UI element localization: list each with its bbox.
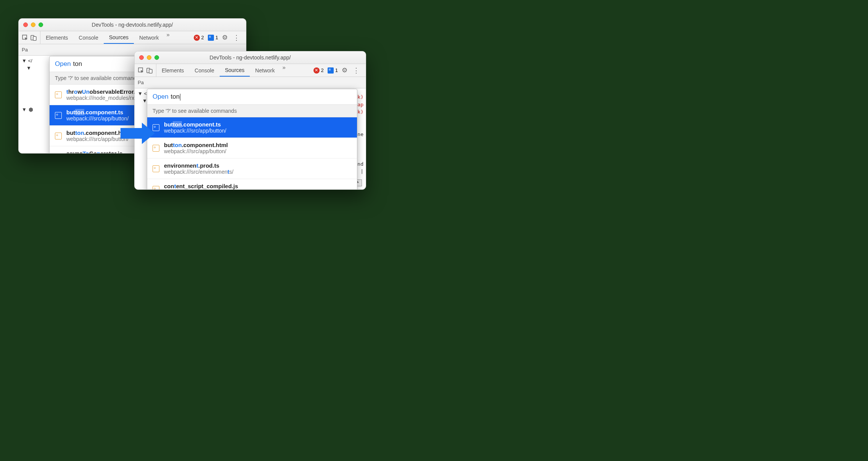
message-count: 1 (215, 35, 218, 40)
devtools-toolbar: Elements Console Sources Network » ✕ 2 1… (135, 64, 366, 77)
kebab-menu-icon[interactable]: ⋮ (231, 34, 241, 42)
file-icon (55, 91, 62, 98)
device-toggle-icon[interactable] (146, 67, 153, 74)
kebab-menu-icon[interactable]: ⋮ (351, 66, 361, 75)
devtools-toolbar: Elements Console Sources Network » ✕ 2 1… (19, 31, 246, 44)
result-item[interactable]: button.component.ts webpack:///src/app/b… (147, 117, 357, 138)
error-count-badge[interactable]: ✕ 2 (313, 67, 324, 74)
maximize-button[interactable] (39, 22, 43, 27)
device-toggle-icon[interactable] (30, 34, 37, 41)
result-name: environment.prod.ts (164, 162, 233, 169)
traffic-lights (139, 55, 159, 60)
file-icon (153, 186, 159, 190)
result-path: webpack:///src/app/button/ (164, 128, 226, 134)
tab-elements[interactable]: Elements (156, 64, 189, 77)
tab-network[interactable]: Network (134, 31, 164, 44)
message-count-badge[interactable]: 1 (208, 35, 218, 41)
maximize-button[interactable] (154, 55, 159, 60)
result-item[interactable]: button.component.html webpack:///src/app… (147, 138, 357, 158)
result-name: button.component.ts (66, 109, 129, 115)
result-item[interactable]: content_script_compiled.js chrome-extens… (147, 179, 357, 190)
error-count: 2 (321, 67, 324, 73)
error-count: 2 (201, 35, 204, 40)
close-button[interactable] (139, 55, 144, 60)
search-mode-label: Open (153, 93, 169, 101)
settings-icon[interactable]: ⚙ (222, 34, 228, 42)
devtools-window-right: DevTools - ng-devtools.netlify.app/ Elem… (134, 51, 366, 190)
sources-subbar: Pa (135, 77, 366, 88)
error-count-badge[interactable]: ✕ 2 (194, 35, 204, 41)
message-icon (208, 35, 214, 41)
file-icon (55, 133, 62, 139)
result-name: content_script_compiled.js (164, 183, 296, 189)
file-icon (153, 145, 159, 152)
tab-console[interactable]: Console (73, 31, 103, 44)
more-tabs-icon[interactable]: » (280, 64, 288, 77)
results-list: button.component.ts webpack:///src/app/b… (147, 117, 357, 190)
subbar-text: Pa (138, 80, 144, 85)
command-palette: Open ton Type '?' to see available comma… (147, 89, 357, 190)
result-path: webpack:///src/app/button/ (164, 148, 228, 154)
file-icon (153, 165, 159, 172)
tab-sources[interactable]: Sources (220, 64, 250, 77)
tab-elements[interactable]: Elements (40, 31, 73, 44)
search-mode-label: Open (55, 60, 71, 68)
result-name: button.component.ts (164, 121, 226, 128)
result-path: webpack:///src/app/button/ (66, 115, 129, 122)
hint-row: Type '?' to see available commands (147, 104, 357, 117)
result-item[interactable]: environment.prod.ts webpack:///src/envir… (147, 158, 357, 179)
search-input[interactable]: ton (171, 93, 181, 101)
text-cursor (180, 94, 180, 101)
window-title: DevTools - ng-devtools.netlify.app/ (19, 22, 246, 28)
error-icon: ✕ (194, 35, 200, 41)
panel-tabs: Elements Console Sources Network » (156, 64, 288, 77)
tab-console[interactable]: Console (189, 64, 219, 77)
minimize-button[interactable] (31, 22, 35, 27)
svg-rect-5 (149, 69, 152, 73)
message-count-badge[interactable]: 1 (328, 67, 338, 74)
tab-network[interactable]: Network (250, 64, 280, 77)
traffic-lights (23, 22, 43, 27)
file-icon (55, 153, 62, 154)
file-icon (55, 112, 62, 119)
inspect-icon[interactable] (22, 34, 29, 41)
message-icon (328, 67, 334, 74)
svg-rect-2 (33, 37, 36, 40)
subbar-text: Pa (22, 47, 28, 53)
inspect-icon[interactable] (138, 67, 145, 74)
close-button[interactable] (23, 22, 28, 27)
message-count: 1 (335, 67, 338, 73)
panel-tabs: Elements Console Sources Network » (40, 31, 172, 44)
error-icon: ✕ (313, 67, 320, 74)
titlebar: DevTools - ng-devtools.netlify.app/ (135, 51, 366, 64)
settings-icon[interactable]: ⚙ (342, 66, 347, 74)
tab-sources[interactable]: Sources (104, 31, 134, 44)
more-tabs-icon[interactable]: » (164, 31, 172, 44)
result-path: chrome-extension://noondiphcddnnabmjcihc… (164, 189, 296, 190)
search-row: Open ton (147, 89, 357, 104)
result-path: webpack:///src/environments/ (164, 169, 233, 175)
window-title: DevTools - ng-devtools.netlify.app/ (135, 54, 366, 61)
result-name: button.component.html (164, 142, 228, 148)
titlebar: DevTools - ng-devtools.netlify.app/ (19, 19, 246, 31)
minimize-button[interactable] (147, 55, 151, 60)
search-input[interactable]: ton (73, 60, 82, 68)
arrow-icon (121, 123, 155, 144)
